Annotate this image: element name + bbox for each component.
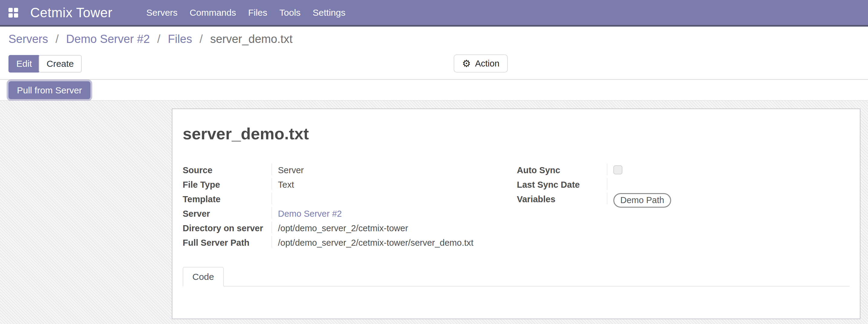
- field-label-variables: Variables: [517, 193, 607, 204]
- notebook: Code: [183, 267, 849, 287]
- action-button[interactable]: ⚙ Action: [454, 55, 508, 72]
- field-value-template: [272, 193, 278, 194]
- control-panel: Servers / Demo Server #2 / Files / serve…: [0, 27, 868, 79]
- menu-item-tools[interactable]: Tools: [273, 7, 307, 18]
- menu-item-commands[interactable]: Commands: [184, 7, 242, 18]
- breadcrumb: Servers / Demo Server #2 / Files / serve…: [8, 33, 292, 46]
- breadcrumb-separator: /: [55, 33, 59, 45]
- field-label-template: Template: [183, 193, 272, 204]
- breadcrumb-separator: /: [199, 33, 203, 45]
- field-row-directory: Directory on server /opt/demo_server_2/c…: [183, 222, 512, 236]
- tab-code[interactable]: Code: [183, 267, 224, 287]
- menu-item-servers[interactable]: Servers: [140, 7, 184, 18]
- menu-item-files[interactable]: Files: [242, 7, 273, 18]
- create-button[interactable]: Create: [39, 55, 82, 72]
- main-menu: Servers Commands Files Tools Settings: [140, 0, 352, 25]
- field-row-full-path: Full Server Path /opt/demo_server_2/cetm…: [183, 236, 512, 251]
- menu-item-settings[interactable]: Settings: [307, 7, 351, 18]
- field-label-full-path: Full Server Path: [183, 236, 272, 248]
- notebook-tabs: Code: [183, 267, 849, 287]
- auto-sync-checkbox[interactable]: [613, 165, 622, 174]
- breadcrumb-separator: /: [157, 33, 161, 45]
- field-label-server: Server: [183, 207, 272, 219]
- server-record-link[interactable]: Demo Server #2: [278, 209, 342, 219]
- field-label-source: Source: [183, 163, 272, 175]
- field-group-left: Source Server File Type Text Template Se…: [183, 163, 512, 251]
- breadcrumb-current: server_demo.txt: [210, 33, 292, 45]
- record-title: server_demo.txt: [183, 124, 309, 143]
- field-label-auto-sync: Auto Sync: [517, 163, 607, 175]
- breadcrumb-demo-server[interactable]: Demo Server #2: [66, 33, 150, 45]
- field-group-right: Auto Sync Last Sync Date Variables Demo …: [517, 163, 851, 208]
- gear-icon: ⚙: [462, 59, 471, 68]
- field-row-file-type: File Type Text: [183, 178, 512, 193]
- field-value-last-sync-date: [607, 178, 613, 180]
- edit-button[interactable]: Edit: [8, 55, 40, 72]
- field-label-last-sync-date: Last Sync Date: [517, 178, 607, 190]
- apps-grid-icon[interactable]: [8, 8, 18, 18]
- field-label-file-type: File Type: [183, 178, 272, 190]
- field-row-template: Template: [183, 193, 512, 207]
- statusbar: Pull from Server: [0, 79, 868, 101]
- field-row-last-sync-date: Last Sync Date: [517, 178, 851, 193]
- breadcrumb-files[interactable]: Files: [168, 33, 192, 45]
- top-navbar: Cetmix Tower Servers Commands Files Tool…: [0, 0, 868, 27]
- field-row-server: Server Demo Server #2: [183, 207, 512, 222]
- app-brand[interactable]: Cetmix Tower: [30, 5, 113, 20]
- pull-from-server-button[interactable]: Pull from Server: [8, 81, 90, 99]
- field-row-auto-sync: Auto Sync: [517, 163, 851, 178]
- form-sheet: server_demo.txt Source Server File Type …: [172, 108, 861, 319]
- app-window: Cetmix Tower Servers Commands Files Tool…: [0, 0, 868, 324]
- form-view-background: server_demo.txt Source Server File Type …: [0, 101, 868, 324]
- field-row-variables: Variables Demo Path: [517, 193, 851, 208]
- field-value-full-path: /opt/demo_server_2/cetmix-tower/server_d…: [272, 236, 473, 248]
- field-row-source: Source Server: [183, 163, 512, 178]
- field-value-directory: /opt/demo_server_2/cetmix-tower: [272, 222, 408, 233]
- field-value-file-type: Text: [272, 178, 294, 190]
- field-label-directory: Directory on server: [183, 222, 272, 233]
- breadcrumb-servers[interactable]: Servers: [8, 33, 48, 45]
- action-button-label: Action: [475, 59, 500, 69]
- variable-tag: Demo Path: [613, 193, 671, 208]
- field-value-source: Server: [272, 163, 304, 175]
